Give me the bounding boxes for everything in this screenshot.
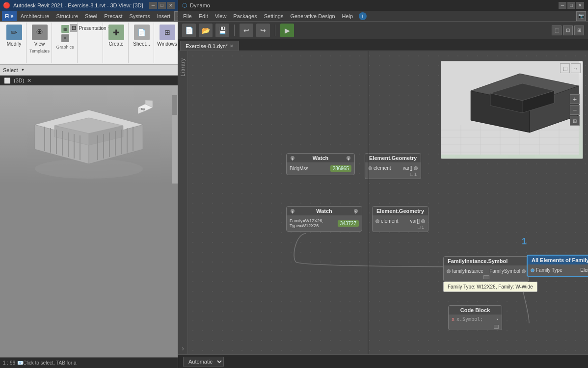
dynamo-canvas-area: Library › — [178, 51, 588, 354]
dynamo-menu-view[interactable]: View — [212, 11, 230, 21]
dynamo-open-button[interactable]: 📂 — [199, 24, 213, 37]
dynamo-3d-preview[interactable]: ⬚ ↔ + − ⊞ — [441, 61, 583, 159]
dynamo-statusbar: Automatic — [178, 354, 588, 368]
port-dot-ae-in[interactable] — [531, 268, 535, 272]
zoom-in-button[interactable]: + — [570, 94, 580, 104]
revit-viewport: ⬜ (3D) ✕ — [0, 76, 178, 357]
port-dot-fi-in[interactable] — [447, 269, 451, 273]
family-type-tooltip: Family Type: W12X26, Family: W-Wide — [443, 282, 537, 292]
port-dot-out2[interactable] — [421, 219, 425, 223]
dynamo-3d-btn2[interactable]: ↔ — [571, 63, 581, 73]
dynamo-zoom-controls: + − ⊞ — [570, 94, 580, 126]
revit-menu-systems[interactable]: Systems — [126, 11, 153, 21]
node-watch1-port-out[interactable]: › — [347, 156, 350, 160]
revit-menu-structure[interactable]: Structure — [53, 11, 81, 21]
dynamo-menu-settings[interactable]: Settings — [261, 11, 287, 21]
node-all-elements-body: Family Type Elements — [528, 264, 588, 276]
fi-collapse-btn[interactable] — [483, 275, 489, 279]
dynamo-3d-controls: ⬚ ↔ — [560, 63, 581, 73]
sheet-button[interactable]: 📄 Sheet... — [132, 24, 152, 48]
code-port-out[interactable]: › — [496, 316, 499, 322]
dynamo-3d-btn1[interactable]: ⬚ — [560, 63, 570, 73]
dynamo-menu-packages[interactable]: Packages — [230, 11, 260, 21]
library-expand-icon[interactable]: › — [182, 344, 184, 352]
dynamo-menu-edit[interactable]: Edit — [196, 11, 211, 21]
dynamo-info-badge[interactable]: i — [359, 12, 367, 20]
revit-maximize-button[interactable]: □ — [158, 2, 166, 9]
modify-button[interactable]: ✏ Modify — [4, 24, 24, 48]
revit-scrollbar[interactable] — [172, 85, 178, 184]
code-block-title: Code Block — [460, 307, 490, 313]
dynamo-menu-help[interactable]: Help — [339, 11, 356, 21]
dynamo-tab-close-icon[interactable]: ✕ — [230, 44, 234, 49]
dynamo-canvas[interactable]: › Watch › BldgMss 286965 Element.Geometr… — [188, 51, 588, 354]
fi-in-label: familyInstance — [452, 268, 483, 274]
tooltip-text: Family Type: W12X26, Family: W-Wide — [448, 284, 533, 289]
node-code-block[interactable]: Code Block x x.Symbol; › — [448, 305, 502, 330]
dynamo-minimize-button[interactable]: ─ — [559, 2, 566, 9]
zoom-fit-button[interactable]: ⊞ — [570, 116, 580, 126]
revit-menu-precast[interactable]: Precast — [101, 11, 125, 21]
revit-3d-content[interactable]: Top — [0, 85, 178, 184]
svg-text:Top: Top — [141, 107, 145, 110]
windows-button[interactable]: ⊞ Windows — [156, 24, 178, 48]
node-watch1-port-in[interactable]: › — [291, 156, 294, 160]
zoom-out-button[interactable]: − — [570, 105, 580, 115]
dynamo-view-icon2[interactable]: ⊡ — [563, 26, 573, 35]
port-dot-in2[interactable] — [375, 219, 379, 223]
select-dropdown-icon[interactable]: ▼ — [21, 68, 25, 72]
port-dot-out1[interactable] — [414, 166, 418, 170]
dynamo-close-button[interactable]: ✕ — [576, 2, 584, 9]
code-x-label: x — [452, 316, 454, 322]
node-element-geom2-port-in: element — [375, 218, 399, 224]
dynamo-camera-icon[interactable]: 📷 — [576, 11, 586, 21]
dynamo-maximize-button[interactable]: □ — [567, 2, 575, 9]
dynamo-save-button[interactable]: 💾 — [215, 24, 229, 37]
graphics-btn2[interactable]: ≡ — [60, 34, 70, 43]
node-family-instance-row: familyInstance FamilySymbol — [447, 268, 526, 274]
ribbon-group-create: ✚ Create — [104, 23, 129, 63]
revit-scrollbar-thumb[interactable] — [172, 95, 177, 115]
dynamo-menu-file[interactable]: File — [180, 11, 195, 21]
revit-minimize-button[interactable]: ─ — [149, 2, 157, 9]
node-element-geom2[interactable]: Element.Geometry element var[] — [372, 206, 428, 232]
dynamo-zoom-fit-icon[interactable]: ⊞ — [574, 26, 584, 35]
node-watch2-port-in[interactable]: › — [291, 209, 294, 213]
node-watch2-port-out[interactable]: › — [354, 209, 358, 213]
revit-menu-steel[interactable]: Steel — [82, 11, 100, 21]
node-watch2[interactable]: › Watch › Family=W12X26, Type=W12X26 343… — [286, 206, 362, 232]
code-block-collapse[interactable] — [494, 325, 499, 329]
dynamo-new-button[interactable]: 📄 — [182, 24, 196, 37]
dynamo-undo-button[interactable]: ↩ — [240, 24, 253, 37]
node-element-geom1[interactable]: Element.Geometry element var[] — [365, 153, 421, 179]
revit-menu-insert[interactable]: Insert — [154, 11, 174, 21]
library-label[interactable]: Library — [180, 58, 186, 77]
dynamo-run-mode-select[interactable]: Automatic — [183, 357, 224, 367]
dynamo-redo-button[interactable]: ↪ — [256, 24, 270, 37]
dynamo-run-button[interactable]: ▶ — [280, 24, 294, 37]
node-family-instance[interactable]: FamilyInstance.Symbol familyInstance Fam… — [443, 256, 529, 282]
revit-menu-architecture[interactable]: Architecture — [18, 11, 53, 21]
create-button[interactable]: ✚ Create — [107, 24, 126, 48]
dynamo-menu-generative[interactable]: Generative Design — [287, 11, 338, 21]
node-watch1[interactable]: › Watch › BldgMss 286965 — [286, 153, 355, 175]
revit-viewport-close[interactable]: ✕ — [27, 78, 31, 84]
node-watch1-header: › Watch › — [287, 154, 354, 162]
revit-title-left: 🔴 Autodesk Revit 2021 - Exercise-8.1.rvt… — [3, 2, 143, 9]
node-element-geom1-row1: element var[] — [368, 165, 418, 171]
revit-close-button[interactable]: ✕ — [167, 2, 175, 9]
node-all-elements[interactable]: All Elements of Family Type Family Type … — [527, 255, 588, 277]
windows-label: Windows — [157, 41, 177, 47]
ribbon-group-view: 👁 View Templates — [27, 23, 52, 63]
templates-label[interactable]: Templates — [29, 49, 50, 53]
port-dot-fi-out[interactable] — [522, 269, 526, 273]
dynamo-app-icon: ⬡ — [182, 2, 187, 9]
node-all-elements-header: All Elements of Family Type — [528, 256, 588, 264]
dynamo-view3d-icon[interactable]: ⬚ — [552, 26, 561, 35]
ribbon-group-sheet: 📄 Sheet... — [130, 23, 154, 63]
revit-menu-file[interactable]: File — [2, 11, 17, 21]
element-geom2-extra: □ 1 — [418, 225, 424, 230]
dynamo-window: ⬡ Dynamo ─ □ ✕ File Edit View Packages S… — [178, 0, 588, 368]
view-button[interactable]: 👁 View Templates — [28, 24, 51, 55]
dynamo-tab-exercise[interactable]: Exercise-8.1.dyn* ✕ — [180, 41, 239, 51]
